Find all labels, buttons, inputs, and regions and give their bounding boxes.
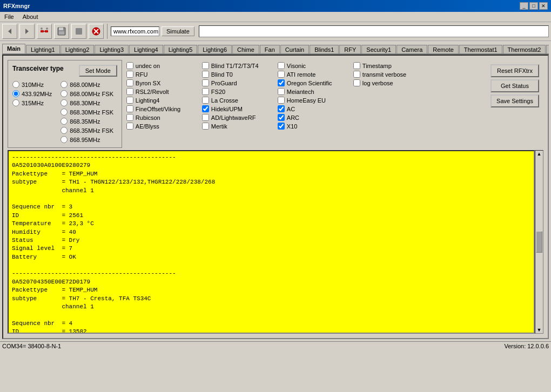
cb-visonic-input[interactable] (278, 62, 285, 69)
cb-fs20-input[interactable] (202, 88, 209, 95)
scroll-thumb[interactable] (536, 231, 542, 253)
freq-433mhz[interactable]: 433.92MHz (12, 90, 52, 97)
tab-curtain[interactable]: Curtain (280, 45, 309, 54)
cb-x10-input[interactable] (278, 123, 285, 130)
freq-868-30[interactable]: 868.30MHz (61, 99, 113, 106)
cb-visonic-label: Visonic (287, 63, 306, 69)
statusbar: COM34= 38400-8-N-1 Version: 12.0.0.6 (0, 341, 551, 350)
cb-meiantech-input[interactable] (278, 88, 285, 95)
cb-fs20: FS20 (202, 88, 269, 95)
tab-thermostat3[interactable]: Thermostat3 (546, 45, 549, 54)
cb-timestamp-input[interactable] (353, 62, 360, 69)
freq-868-95[interactable]: 868.95MHz (61, 136, 113, 143)
cb-blind-t1-input[interactable] (202, 62, 209, 69)
get-status-button[interactable]: Get Status (490, 79, 539, 92)
toolbar-stop-button[interactable] (71, 24, 86, 39)
scrollbar[interactable]: ▲ ▼ (535, 150, 543, 334)
tab-thermostat2[interactable]: Thermostat2 (503, 45, 546, 54)
freq-310mhz[interactable]: 310MHz (12, 81, 52, 88)
cb-transmit-verbose-input[interactable] (353, 71, 360, 78)
tab-security1[interactable]: Security1 (361, 45, 396, 54)
checkbox-col1: undec on RFU Byron SX RSL2/Revolt (122, 60, 198, 132)
cb-fineoffset-label: FineOffset/Viking (136, 106, 180, 112)
maximize-button[interactable]: □ (529, 2, 538, 10)
window-controls[interactable]: _ □ ✕ (520, 2, 548, 10)
url-display: www.rfxcom.com (111, 26, 159, 36)
cb-oregon-input[interactable] (278, 79, 285, 86)
cb-blind-t1: Blind T1/T2/T3/T4 (202, 62, 269, 69)
simulate-button[interactable]: Simulate (162, 26, 194, 36)
toolbar-back-button[interactable] (2, 24, 17, 39)
toolbar-separator (107, 24, 107, 39)
cb-arc-input[interactable] (278, 114, 285, 121)
minimize-button[interactable]: _ (520, 2, 528, 10)
log-area[interactable]: ----------------------------------------… (8, 150, 535, 334)
tab-lighting4[interactable]: Lighting4 (129, 45, 163, 54)
save-settings-button[interactable]: Save Settings (490, 94, 539, 107)
cb-homeeasy-input[interactable] (278, 97, 285, 104)
cb-ac-input[interactable] (278, 105, 285, 112)
freq-868-35fsk[interactable]: 868.35MHz FSK (61, 127, 113, 134)
freq-col-right: 868.00MHz 868.00MHz FSK 868.30MHz 868.30… (61, 81, 113, 143)
freq-868mhz[interactable]: 868.00MHz (61, 81, 113, 88)
cb-fs20-label: FS20 (211, 89, 225, 95)
checkbox-col4: Timestamp transmit verbose log verbose (349, 60, 425, 132)
cb-mertik-input[interactable] (202, 123, 209, 130)
cb-lacrosse-input[interactable] (202, 97, 209, 104)
cb-ati-remote-label: ATI remote (287, 71, 316, 78)
cb-lighting4-label: Lighting4 (136, 97, 160, 104)
cb-ae-blyss-input[interactable] (126, 123, 133, 130)
tab-fan[interactable]: Fan (260, 45, 280, 54)
cb-ati-remote-input[interactable] (278, 71, 285, 78)
cb-rfu-label: RFU (136, 71, 148, 78)
cb-lacrosse-label: La Crosse (211, 97, 238, 104)
cb-meiantech: Meiantech (278, 88, 345, 95)
cb-rfu-input[interactable] (126, 71, 133, 78)
cb-proguard-input[interactable] (202, 79, 209, 86)
cb-rsl2-input[interactable] (126, 88, 133, 95)
cb-ad-lightwave-input[interactable] (202, 114, 209, 121)
tab-thermostat1[interactable]: Thermostat1 (459, 45, 502, 54)
cb-fineoffset-input[interactable] (126, 105, 133, 112)
svg-point-3 (41, 28, 43, 30)
cb-undec-on-input[interactable] (126, 62, 133, 69)
toolbar-save-button[interactable] (54, 24, 69, 39)
tab-remote[interactable]: Remote (428, 45, 459, 54)
cb-transmit-verbose: transmit verbose (353, 71, 420, 78)
tab-lighting6[interactable]: Lighting6 (198, 45, 232, 54)
cb-proguard: ProGuard (202, 79, 269, 86)
menu-about[interactable]: About (21, 13, 41, 21)
menu-file[interactable]: File (2, 13, 16, 21)
tab-blinds1[interactable]: Blinds1 (310, 45, 339, 54)
toolbar-disconnect-button[interactable] (89, 24, 104, 39)
tab-main[interactable]: Main (2, 44, 25, 54)
cb-blind-t0-input[interactable] (202, 71, 209, 78)
freq-868-35[interactable]: 868.35MHz (61, 118, 113, 125)
freq-868-30fsk[interactable]: 868.30MHz FSK (61, 109, 113, 116)
tab-lighting3[interactable]: Lighting3 (95, 45, 129, 54)
cb-byron-input[interactable] (126, 79, 133, 86)
tab-bar: Main Lighting1 Lighting2 Lighting3 Light… (2, 43, 549, 55)
reset-rfxtrx-button[interactable]: Reset RFXtrx (490, 64, 539, 77)
tab-lighting2[interactable]: Lighting2 (61, 45, 95, 54)
cb-rubicson-input[interactable] (126, 114, 133, 121)
tab-lighting1[interactable]: Lighting1 (26, 45, 60, 54)
toolbar-forward-button[interactable] (19, 24, 35, 39)
toolbar-connect-button[interactable] (37, 24, 52, 39)
cb-blind-t1-label: Blind T1/T2/T3/T4 (211, 63, 259, 69)
freq-315mhz[interactable]: 315MHz (12, 99, 52, 106)
scroll-down-icon[interactable]: ▼ (537, 327, 542, 333)
close-button[interactable]: ✕ (539, 2, 548, 10)
set-mode-button[interactable]: Set Mode (79, 65, 117, 77)
tab-camera[interactable]: Camera (397, 45, 427, 54)
freq-868fsk[interactable]: 868.00MHz FSK (61, 90, 113, 97)
tab-chime[interactable]: Chime (232, 45, 259, 54)
cb-lighting4-input[interactable] (126, 97, 133, 104)
freq-col-left: 310MHz 433.92MHz 315MHz (12, 81, 52, 143)
cb-hideki-input[interactable] (202, 105, 209, 112)
tab-lighting5[interactable]: Lighting5 (164, 45, 198, 54)
tab-rfy[interactable]: RFY (339, 45, 361, 54)
cb-log-verbose-input[interactable] (353, 79, 360, 86)
scroll-up-icon[interactable]: ▲ (537, 151, 542, 157)
cb-undec-on-label: undec on (136, 63, 160, 69)
